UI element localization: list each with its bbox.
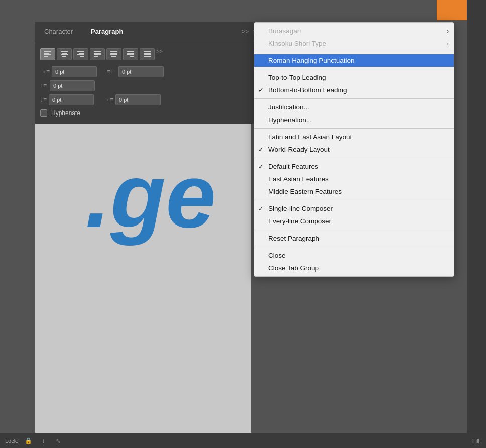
menu-item-burasagari[interactable]: Burasagari ›	[254, 25, 454, 37]
indent-right-input[interactable]	[118, 66, 164, 77]
space-before-input[interactable]	[50, 80, 95, 91]
space-before-icon: ↑≡	[40, 82, 47, 89]
first-line-pair: ↓≡	[40, 94, 94, 105]
east-asian-label: East Asian Features	[268, 175, 329, 183]
bottom-to-bottom-label: Bottom-to-Bottom Leading	[268, 86, 347, 94]
align-right-button[interactable]	[73, 48, 88, 60]
alignment-row: >>	[40, 48, 256, 60]
world-ready-label: World-Ready Layout	[268, 146, 330, 153]
burasagari-arrow: ›	[447, 28, 449, 35]
fill-label: Fill:	[472, 438, 481, 444]
divider-7	[254, 230, 454, 230]
divider-1	[254, 52, 454, 52]
canvas-area: .ge	[35, 70, 251, 448]
menu-item-every-line[interactable]: Every-line Composer	[254, 215, 454, 228]
menu-item-reset-paragraph[interactable]: Reset Paragraph	[254, 232, 454, 245]
menu-item-roman-hanging[interactable]: Roman Hanging Punctuation	[254, 54, 454, 67]
close-tab-group-label: Close Tab Group	[268, 264, 319, 272]
overflow-icon[interactable]: >>	[241, 28, 249, 35]
lock-icon[interactable]: 🔒	[23, 436, 33, 446]
arrow-down-icon[interactable]: ↓	[38, 436, 48, 446]
space-after-pair: →≡	[104, 94, 161, 105]
justify-left-button[interactable]	[90, 48, 105, 60]
indent-left-input[interactable]	[52, 66, 97, 77]
divider-2	[254, 69, 454, 69]
divider-6	[254, 200, 454, 200]
single-line-check: ✓	[258, 205, 264, 212]
reset-paragraph-label: Reset Paragraph	[268, 235, 319, 242]
align-center-button[interactable]	[57, 48, 72, 60]
menu-item-middle-eastern[interactable]: Middle Eastern Features	[254, 185, 454, 198]
indent-left-pair: →≡	[40, 66, 97, 77]
roman-hanging-label: Roman Hanging Punctuation	[268, 57, 355, 64]
hyphenate-checkbox[interactable]	[40, 109, 47, 117]
divider-5	[254, 158, 454, 158]
latin-east-asian-label: Latin and East Asian Layout	[268, 133, 352, 141]
hyphenate-label: Hyphenate	[51, 109, 80, 117]
justify-center-button[interactable]	[106, 48, 122, 60]
space-before-row: ↑≡	[40, 80, 256, 91]
justification-label: Justification...	[268, 103, 309, 111]
menu-item-top-to-top[interactable]: Top-to-Top Leading	[254, 71, 454, 84]
world-ready-check: ✓	[258, 146, 264, 153]
justify-all-button[interactable]	[140, 48, 155, 60]
menu-item-default-features[interactable]: ✓ Default Features	[254, 160, 454, 173]
burasagari-label: Burasagari	[268, 27, 301, 35]
middle-eastern-label: Middle Eastern Features	[268, 188, 342, 195]
bottom-to-bottom-check: ✓	[258, 86, 264, 94]
lock-label: Lock:	[5, 438, 18, 444]
justify-right-button[interactable]	[123, 48, 138, 60]
divider-3	[254, 98, 454, 99]
divider-4	[254, 128, 454, 129]
indent-left-icon: →≡	[40, 68, 50, 75]
top-to-top-label: Top-to-Top Leading	[268, 74, 326, 81]
menu-item-close-tab-group[interactable]: Close Tab Group	[254, 262, 454, 274]
menu-item-kinsoku[interactable]: Kinsoku Shori Type ›	[254, 37, 454, 50]
divider-8	[254, 247, 454, 247]
indent-right-icon: ≡←	[107, 68, 116, 75]
hyphenation-label: Hyphenation...	[268, 116, 312, 124]
space-after-input[interactable]	[115, 94, 161, 105]
canvas-letter: .ge	[70, 141, 231, 251]
close-label: Close	[268, 252, 286, 259]
orange-square	[437, 0, 467, 20]
every-line-label: Every-line Composer	[268, 217, 331, 225]
kinsoku-arrow: ›	[447, 40, 449, 47]
default-features-check: ✓	[258, 163, 264, 170]
panel-body: >> →≡ ≡← ↑≡ ↓≡ →≡ Hyphenate	[35, 41, 261, 124]
tab-character[interactable]: Character	[35, 24, 82, 39]
align-left-button[interactable]	[40, 48, 55, 60]
space-after-icon: →≡	[104, 96, 113, 103]
menu-item-latin-east-asian[interactable]: Latin and East Asian Layout	[254, 131, 454, 143]
menu-item-world-ready[interactable]: ✓ World-Ready Layout	[254, 143, 454, 156]
resize-icon[interactable]: ⤡	[53, 436, 63, 446]
kinsoku-label: Kinsoku Shori Type	[268, 40, 326, 47]
panel-header: Character Paragraph >> ≡	[35, 22, 261, 41]
indent-row: →≡ ≡←	[40, 66, 256, 77]
bottom-toolbar: Lock: 🔒 ↓ ⤡ Fill:	[0, 433, 486, 448]
menu-item-justification[interactable]: Justification...	[254, 101, 454, 114]
hyphenate-row: Hyphenate	[40, 109, 256, 117]
indent-right-pair: ≡←	[107, 66, 164, 77]
menu-item-east-asian[interactable]: East Asian Features	[254, 173, 454, 185]
dropdown-menu: Burasagari › Kinsoku Shori Type › Roman …	[254, 22, 454, 277]
first-line-icon: ↓≡	[40, 96, 47, 103]
menu-item-single-line[interactable]: ✓ Single-line Composer	[254, 202, 454, 215]
first-line-row: ↓≡ →≡	[40, 94, 256, 105]
menu-item-hyphenation[interactable]: Hyphenation...	[254, 114, 454, 126]
menu-item-bottom-to-bottom[interactable]: ✓ Bottom-to-Bottom Leading	[254, 84, 454, 96]
alignment-more-button[interactable]: >>	[156, 48, 171, 60]
menu-item-close[interactable]: Close	[254, 249, 454, 262]
default-features-label: Default Features	[268, 163, 318, 170]
first-line-input[interactable]	[49, 94, 94, 105]
right-panel-strip	[467, 0, 486, 448]
tab-paragraph[interactable]: Paragraph	[82, 24, 132, 39]
single-line-label: Single-line Composer	[268, 205, 333, 212]
